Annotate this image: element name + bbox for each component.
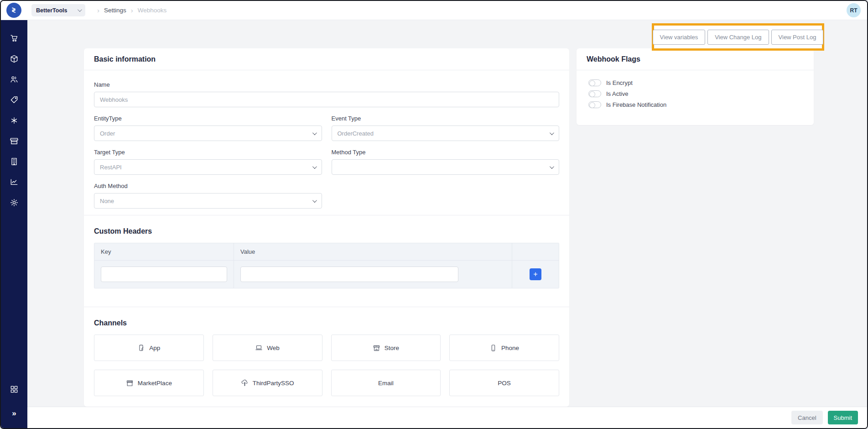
channel-web[interactable]: Web [213,335,322,361]
cloud-sso-icon [241,379,249,387]
channels-title: Channels [94,319,559,327]
auth-method-select[interactable]: None [94,193,322,209]
value-column-header: Value [234,243,512,260]
sidebar-item-store[interactable] [4,131,25,151]
channel-store[interactable]: Store [331,335,441,361]
channel-email[interactable]: Email [331,370,441,396]
app-switcher-dropdown[interactable]: BetterTools [31,4,85,16]
user-avatar[interactable]: RT [847,3,861,17]
store-icon [10,136,19,146]
sidebar-item-apps[interactable] [4,379,25,399]
name-label: Name [94,81,559,88]
channel-label: Web [267,345,280,351]
view-change-log-button[interactable]: View Change Log [707,30,769,45]
channel-label: Email [378,380,394,387]
key-cell [94,261,234,288]
sidebar-item-settings[interactable] [4,192,25,213]
building-icon [10,157,19,166]
settings-icon [10,198,19,207]
table-header-row: Key Value [94,243,559,260]
sidebar-item-products[interactable] [4,48,25,69]
channel-phone[interactable]: Phone [449,335,559,361]
add-header-button[interactable]: + [530,268,541,280]
custom-headers-section: Custom Headers Key Value [84,215,569,307]
header-key-input[interactable] [101,267,227,282]
app-switcher-label: BetterTools [36,7,68,14]
breadcrumb-separator: › [97,6,99,14]
submit-button[interactable]: Submit [828,411,858,424]
entity-type-value: Order [100,130,115,137]
basic-info-header: Basic information [84,48,569,70]
view-post-log-button[interactable]: View Post Log [771,30,824,45]
channel-thirdpartysso[interactable]: ThirdPartySSO [213,370,322,396]
name-field-group: Name [94,81,559,107]
flag-label: Is Active [606,90,628,97]
form-footer: Cancel Submit [27,407,867,428]
event-type-field-group: Event Type OrderCreated [332,115,560,141]
breadcrumb: › Settings › Webhooks [97,6,166,14]
flag-is-firebase-notification: Is Firebase Notification [588,101,802,108]
sidebar-item-orders[interactable] [4,28,25,48]
auth-method-label: Auth Method [94,183,322,189]
custom-headers-title: Custom Headers [94,227,559,235]
header-value-input[interactable] [240,267,458,282]
flag-label: Is Encrypt [606,79,633,86]
sidebar-item-integrations[interactable] [4,110,25,131]
sidebar-collapse-button[interactable]: » [4,403,25,424]
is-active-toggle[interactable] [588,90,601,97]
channel-label: Store [385,345,399,351]
sidebar-item-company[interactable] [4,151,25,172]
app-logo[interactable] [6,3,21,18]
method-type-label: Method Type [332,149,560,156]
key-column-header: Key [94,243,234,260]
breadcrumb-settings[interactable]: Settings [104,7,126,14]
highlight-annotation: View variables View Change Log View Post… [652,23,824,51]
target-type-value: RestAPI [100,164,122,171]
sidebar-nav: » [1,20,27,428]
cancel-button[interactable]: Cancel [791,411,822,424]
breadcrumb-separator: › [131,6,133,14]
method-type-select[interactable] [332,159,560,175]
package-icon [10,54,19,63]
flag-label: Is Firebase Notification [606,101,666,108]
storefront-icon [373,344,380,352]
channels-section: Channels App Web [84,307,569,407]
channel-pos[interactable]: POS [449,370,559,396]
basic-info-section: Name EntityType Order Event Type [84,70,569,215]
sidebar-item-customers[interactable] [4,69,25,89]
channel-marketplace[interactable]: MarketPlace [94,370,204,396]
chart-icon [10,178,19,187]
event-type-select[interactable]: OrderCreated [332,126,560,141]
name-input[interactable] [94,92,559,107]
channel-label: App [149,345,160,351]
app-window: BetterTools › Settings › Webhooks RT [0,0,868,429]
target-type-field-group: Target Type RestAPI [94,149,322,175]
channel-label: POS [498,380,511,387]
method-type-field-group: Method Type [332,149,560,175]
value-cell [234,261,512,288]
top-bar: BetterTools › Settings › Webhooks RT [1,1,867,20]
is-encrypt-toggle[interactable] [588,79,601,86]
is-firebase-notification-toggle[interactable] [588,101,601,108]
basic-info-title: Basic information [94,55,156,63]
view-variables-button[interactable]: View variables [653,30,706,45]
event-type-label: Event Type [332,115,560,122]
table-row: + [94,260,559,288]
sidebar-item-tags[interactable] [4,89,25,110]
actions-column-header [512,243,559,260]
app-icon [137,344,145,352]
chevron-down-icon [550,164,554,169]
chevron-down-icon [312,131,317,135]
target-type-select[interactable]: RestAPI [94,159,322,175]
sidebar-item-analytics[interactable] [4,172,25,192]
asterisk-icon [10,116,19,125]
auth-method-value: None [100,198,114,204]
channel-app[interactable]: App [94,335,204,361]
tag-icon [10,95,19,105]
users-icon [10,75,19,84]
entity-type-select[interactable]: Order [94,126,322,141]
channels-grid: App Web Store [94,335,559,396]
entity-type-label: EntityType [94,115,322,122]
entity-type-field-group: EntityType Order [94,115,322,141]
web-icon [255,344,263,352]
